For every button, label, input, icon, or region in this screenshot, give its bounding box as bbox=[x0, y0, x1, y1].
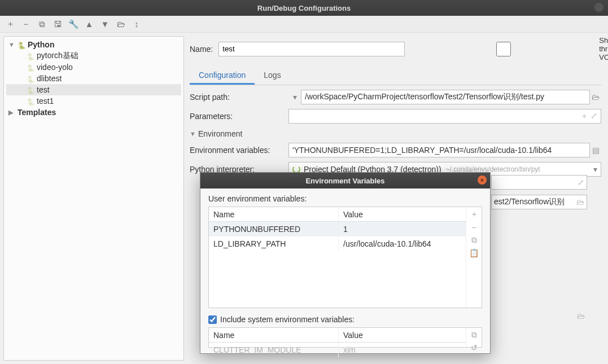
chevron-right-icon[interactable]: ▶ bbox=[8, 109, 15, 116]
tree-item-label: video-yolo bbox=[37, 63, 73, 72]
tree-python-node[interactable]: ▼ Python bbox=[6, 39, 181, 50]
system-env-table[interactable]: Name Value CLUTTER_IM_MODULE xim bbox=[209, 328, 466, 347]
working-dir-input[interactable]: est2/Tensorflow识别 🗁 bbox=[491, 195, 587, 209]
list-icon[interactable]: ▤ bbox=[590, 146, 601, 155]
name-label: Name: bbox=[190, 45, 213, 54]
chevron-down-icon[interactable]: ▼ bbox=[190, 130, 196, 137]
env-vars-input[interactable]: 'YTHONUNBUFFERED=1;LD_LIBRARY_PATH=/usr/… bbox=[288, 143, 590, 157]
col-header-value[interactable]: Value bbox=[339, 328, 466, 342]
tree-item-label: dlibtest bbox=[37, 74, 62, 83]
copy-icon[interactable]: ⧉ bbox=[37, 20, 46, 29]
name-input[interactable] bbox=[218, 42, 405, 56]
user-env-table[interactable]: Name Value PYTHONUNBUFFERED 1 LD_LIBRARY… bbox=[209, 207, 466, 308]
tab-logs[interactable]: Logs bbox=[255, 67, 290, 85]
env-dialog-title: Environment Variables bbox=[305, 177, 384, 185]
config-tabs: Configuration Logs bbox=[190, 67, 601, 85]
include-system-checkbox[interactable] bbox=[208, 315, 217, 324]
folder-icon[interactable]: 🗁 bbox=[116, 20, 125, 29]
tab-configuration[interactable]: Configuration bbox=[190, 67, 255, 85]
script-path-input[interactable]: /workSpace/PyCharmProject/tensorflowTest… bbox=[301, 90, 590, 104]
share-vcs-label: Share through VCS bbox=[599, 36, 608, 62]
remove-icon[interactable]: − bbox=[471, 223, 476, 232]
user-env-label: User environment variables: bbox=[208, 194, 482, 203]
undo-icon[interactable]: ↺ bbox=[471, 343, 478, 352]
python-icon bbox=[27, 52, 34, 60]
add-icon[interactable]: ＋ bbox=[470, 209, 478, 220]
env-row[interactable]: LD_LIBRARY_PATH /usr/local/cuda-10.1/lib… bbox=[209, 236, 466, 251]
interpreter-options-input[interactable]: ⤢ bbox=[491, 175, 587, 190]
col-header-name[interactable]: Name bbox=[209, 328, 339, 342]
close-icon[interactable]: × bbox=[478, 176, 487, 185]
copy-icon[interactable]: ⧉ bbox=[471, 330, 477, 340]
tree-item-selected[interactable]: test bbox=[6, 84, 181, 95]
window-title: Run/Debug Configurations bbox=[257, 4, 351, 12]
share-vcs-checkbox[interactable] bbox=[410, 42, 597, 56]
include-system-label: Include system environment variables: bbox=[220, 315, 355, 324]
save-icon[interactable]: 🖫 bbox=[53, 20, 62, 29]
paste-icon[interactable]: 📋 bbox=[469, 248, 479, 257]
tree-item-label: pytorch基础 bbox=[37, 51, 78, 61]
env-row[interactable]: CLUTTER_IM_MODULE xim bbox=[209, 343, 466, 357]
tree-item[interactable]: test1 bbox=[6, 95, 181, 107]
col-header-name[interactable]: Name bbox=[209, 207, 339, 221]
env-dialog-titlebar: Environment Variables × bbox=[200, 173, 490, 188]
python-icon bbox=[27, 97, 34, 105]
config-tree[interactable]: ▼ Python pytorch基础 video-yolo dlibtest t… bbox=[3, 36, 184, 361]
down-icon[interactable]: ▼ bbox=[100, 20, 110, 29]
tree-item-label: test1 bbox=[37, 97, 54, 106]
python-icon bbox=[18, 41, 25, 49]
sort-icon[interactable]: ↕ bbox=[132, 20, 141, 29]
window-titlebar: Run/Debug Configurations bbox=[0, 0, 608, 16]
env-vars-label: Environment variables: bbox=[190, 146, 288, 155]
parameters-input[interactable]: ＋ ⤢ bbox=[288, 109, 601, 124]
chevron-down-icon[interactable]: ▼ bbox=[8, 41, 15, 48]
tree-templates-node[interactable]: ▶ Templates bbox=[6, 107, 181, 118]
add-icon[interactable]: ＋ bbox=[6, 20, 15, 29]
col-header-value[interactable]: Value bbox=[339, 207, 466, 221]
tree-item[interactable]: pytorch基础 bbox=[6, 50, 181, 62]
env-row[interactable]: PYTHONUNBUFFERED 1 bbox=[209, 222, 466, 236]
close-icon[interactable] bbox=[594, 3, 603, 12]
python-icon bbox=[27, 74, 34, 82]
tree-label: Python bbox=[28, 40, 54, 49]
parameters-label: Parameters: bbox=[190, 112, 288, 121]
config-toolbar: ＋ − ⧉ 🖫 🔧 ▲ ▼ 🗁 ↕ bbox=[0, 16, 608, 33]
script-path-label: Script path: bbox=[190, 93, 288, 102]
up-icon[interactable]: ▲ bbox=[85, 20, 94, 29]
tree-item[interactable]: video-yolo bbox=[6, 62, 181, 73]
browse-trail[interactable]: 🗁 bbox=[491, 309, 587, 323]
chevron-down-icon[interactable]: ▾ bbox=[288, 93, 301, 102]
copy-icon[interactable]: ⧉ bbox=[471, 235, 477, 245]
python-icon bbox=[27, 86, 34, 94]
browse-icon[interactable]: 🗁 bbox=[590, 93, 601, 102]
tree-label: Templates bbox=[18, 108, 56, 117]
remove-icon[interactable]: − bbox=[21, 20, 30, 29]
wrench-icon[interactable]: 🔧 bbox=[69, 20, 78, 29]
tree-item-label: test bbox=[37, 85, 50, 94]
environment-section: Environment bbox=[198, 129, 243, 138]
tree-item[interactable]: dlibtest bbox=[6, 73, 181, 84]
env-vars-dialog: Environment Variables × User environment… bbox=[200, 172, 491, 354]
python-icon bbox=[27, 63, 34, 71]
